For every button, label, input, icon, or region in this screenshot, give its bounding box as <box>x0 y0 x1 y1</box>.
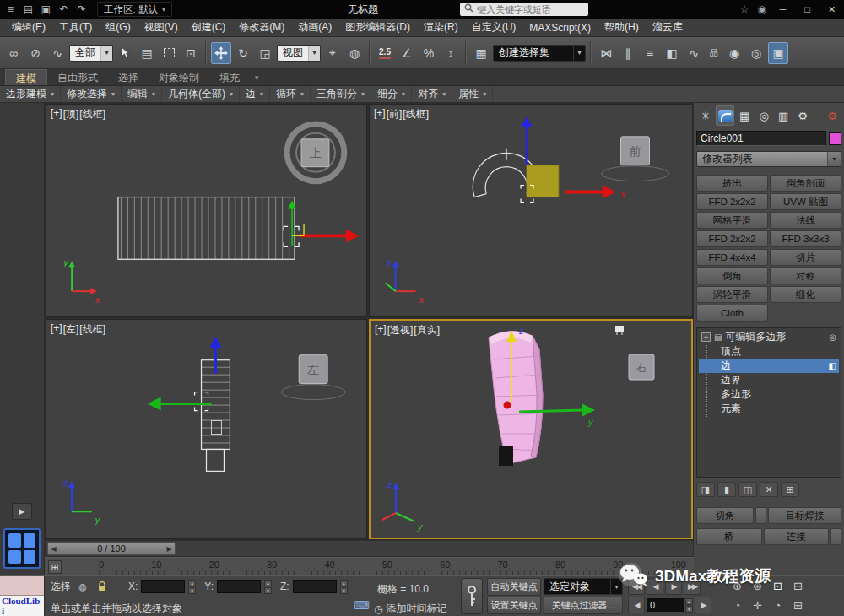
viewport-perspective[interactable]: [+] [透视] [真实] z <box>369 319 693 539</box>
select-object-icon[interactable] <box>115 42 135 64</box>
z-spinner[interactable]: ▲▼ <box>340 580 348 593</box>
object-name-field[interactable] <box>696 131 826 146</box>
redo-icon[interactable]: ↷ <box>73 2 90 17</box>
show-end-result-icon[interactable]: ▮ <box>717 482 736 497</box>
ribbon-properties[interactable]: 属性▾ <box>452 86 493 102</box>
key-filters-button[interactable]: 关键点过滤器... <box>544 597 623 614</box>
remove-modifier-icon[interactable]: ✕ <box>760 482 778 497</box>
viewport-pov-label[interactable]: [透视] <box>387 323 414 338</box>
cloudlib-launcher-icon[interactable] <box>3 528 41 569</box>
modifier-button-ffd4x4x4[interactable]: FFD 4x4x4 <box>696 249 768 266</box>
x-coordinate-field[interactable] <box>141 580 185 593</box>
ribbon-align[interactable]: 对齐▾ <box>412 86 452 102</box>
ribbon-polygon-modeling[interactable]: 边形建模▾ <box>0 86 61 102</box>
viewport-pov-label[interactable]: [顶] <box>63 107 79 122</box>
selected-objects-dropdown[interactable]: 选定对象 ▾ <box>544 578 623 595</box>
angle-snap-icon[interactable]: ∠ <box>397 42 417 64</box>
hierarchy-tab-icon[interactable]: ▦ <box>735 105 754 126</box>
modifier-button-slice[interactable]: 切片 <box>770 249 841 266</box>
modifier-button-extrude[interactable]: 挤出 <box>696 175 768 192</box>
viewport-menu-button[interactable]: [+] <box>374 107 386 122</box>
modifier-button-tessellate[interactable]: 细化 <box>770 286 841 303</box>
viewport-menu-button[interactable]: [+] <box>51 322 62 337</box>
y-spinner[interactable]: ▲▼ <box>264 580 272 593</box>
user-icon[interactable]: ◉ <box>758 3 766 15</box>
align-icon[interactable]: ∥ <box>618 42 638 64</box>
menu-views[interactable]: 视图(V) <box>138 19 185 36</box>
keyboard-override-icon[interactable]: ⌨ <box>354 599 370 612</box>
macro-recorder-pane[interactable] <box>0 576 44 596</box>
menu-graph-editors[interactable]: 图形编辑器(D) <box>338 19 417 36</box>
viewcube[interactable]: 上 <box>287 124 344 181</box>
chamfer-button[interactable]: 切角 <box>696 507 754 524</box>
modifier-button-ffd2x2x2[interactable]: FFD 2x2x2 <box>696 193 768 210</box>
pan-view-icon[interactable]: ✛ <box>748 597 767 614</box>
ribbon-toggle-icon[interactable]: ◧ <box>662 42 682 64</box>
motion-tab-icon[interactable]: ◎ <box>755 105 773 126</box>
modifier-button-bevel[interactable]: 倒角 <box>696 267 768 284</box>
dock-flyout-button[interactable]: ▶ <box>12 503 32 520</box>
select-and-scale-icon[interactable]: ◲ <box>255 42 275 64</box>
zoom-extents-icon[interactable]: ⊡ <box>768 577 787 595</box>
select-and-manipulate-icon[interactable]: ◍ <box>344 42 365 64</box>
next-frame-arrow-icon[interactable]: ▶ <box>164 543 175 554</box>
spinner-snap-icon[interactable]: ↕ <box>441 42 461 64</box>
window-crossing-toggle-icon[interactable]: ⊡ <box>181 42 201 64</box>
undo-icon[interactable]: ↶ <box>55 2 73 17</box>
set-key-mode-button[interactable]: 设置关键点 <box>487 597 541 614</box>
bridge-button[interactable]: 桥 <box>696 528 762 545</box>
modifier-button-uvw-map[interactable]: UVW 贴图 <box>770 193 841 210</box>
stack-item-vertex[interactable]: 顶点 <box>699 344 839 359</box>
stack-item-border[interactable]: 边界 <box>699 373 839 387</box>
select-and-move-icon[interactable] <box>211 42 231 64</box>
menu-customize[interactable]: 自定义(U) <box>465 19 523 36</box>
ribbon-loops[interactable]: 循环▾ <box>270 86 311 102</box>
chamfer-settings-button[interactable] <box>755 507 766 524</box>
workspace-selector[interactable]: 工作区: 默认 ▾ <box>97 2 172 17</box>
modifier-button-ffd2x2x2b[interactable]: FFD 2x2x2 <box>696 230 768 247</box>
menu-group[interactable]: 组(G) <box>99 19 137 36</box>
snap-toggle-icon[interactable]: 2.5 <box>375 42 395 64</box>
viewport-menu-button[interactable]: [+] <box>51 107 62 122</box>
ribbon-minimize-icon[interactable]: ▾ <box>255 73 259 82</box>
viewport-top[interactable]: [+] [顶] [线框] <box>46 104 367 317</box>
ribbon-edges[interactable]: 边▾ <box>240 86 270 102</box>
viewport-shading-label[interactable]: [线框] <box>79 107 106 122</box>
connect-button[interactable]: 连接 <box>764 528 830 545</box>
isolate-selection-icon[interactable]: ◍ <box>75 579 90 594</box>
percent-snap-icon[interactable]: % <box>419 42 439 64</box>
render-setup-icon[interactable]: ◎ <box>746 42 766 64</box>
stack-item-polygon[interactable]: 多边形 <box>699 387 839 402</box>
ribbon-tab-selection[interactable]: 选择 <box>108 69 149 85</box>
ribbon-tab-freeform[interactable]: 自由形式 <box>47 69 108 85</box>
viewport-pov-label[interactable]: [左] <box>63 322 79 337</box>
ribbon-tab-object-paint[interactable]: 对象绘制 <box>149 69 209 85</box>
layer-manager-icon[interactable]: ≡ <box>640 42 660 64</box>
expander-icon[interactable]: − <box>701 332 711 342</box>
configure-modifier-sets-icon[interactable]: ⊞ <box>781 482 799 497</box>
menu-rendering[interactable]: 渲染(R) <box>417 19 465 36</box>
viewport-left[interactable]: [+] [左] [线框] <box>46 319 367 539</box>
viewport-shading-label[interactable]: [线框] <box>403 107 429 122</box>
next-key-icon[interactable]: ▶ <box>695 597 711 613</box>
time-slider-track[interactable]: ◀ 0 / 100 ▶ <box>45 540 694 557</box>
rectangular-selection-region-icon[interactable] <box>159 42 179 64</box>
save-icon[interactable]: ▣ <box>37 2 55 17</box>
modifier-button-symmetry[interactable]: 对称 <box>770 267 841 284</box>
curve-editor-icon[interactable]: ∿ <box>684 42 704 64</box>
viewcube[interactable]: 前 <box>602 137 669 181</box>
material-editor-icon[interactable]: ◉ <box>724 42 744 64</box>
auto-key-button[interactable]: 自动关键点 <box>487 578 541 596</box>
modifier-list-dropdown[interactable]: 修改器列表 ▾ <box>696 151 841 167</box>
create-tab-icon[interactable]: ✳ <box>696 105 715 126</box>
target-weld-button[interactable]: 目标焊接 <box>768 507 841 524</box>
modifier-button-cloth[interactable]: Cloth <box>696 305 768 322</box>
menu-cloudlib[interactable]: 溜云库 <box>646 19 690 36</box>
modifier-button-turbosmooth[interactable]: 涡轮平滑 <box>696 286 768 303</box>
menu-animation[interactable]: 动画(A) <box>291 19 338 36</box>
orbit-icon[interactable]: ◔ <box>768 597 787 614</box>
make-unique-icon[interactable]: ◫ <box>738 482 757 497</box>
pin-stack-icon[interactable]: ◨ <box>696 482 715 497</box>
app-menu-icon[interactable]: ≡ <box>2 2 19 17</box>
search-input[interactable] <box>477 4 584 14</box>
